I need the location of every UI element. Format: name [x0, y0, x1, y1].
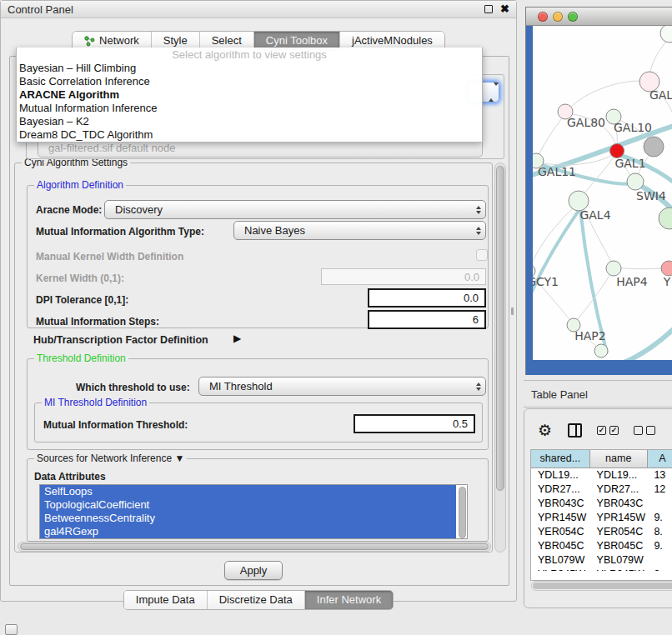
table-cell: YDL19... [531, 468, 590, 482]
table-cell: YBR045C [531, 539, 590, 553]
panel-corner-icon[interactable] [5, 624, 18, 635]
algorithm-option[interactable]: Dream8 DC_TDC Algorithm [17, 128, 482, 142]
control-panel-window: Control Panel ✖ NetworkStyleSelectCyni T… [0, 0, 517, 602]
table-cell: YBR043C [590, 497, 648, 511]
close-icon[interactable]: ✖ [500, 2, 509, 15]
combo-arrows-icon [471, 378, 485, 395]
data-attribute-item[interactable]: SelfLoops [40, 485, 456, 498]
table-panel-separator [524, 407, 672, 408]
table-cell: YDR27... [590, 482, 648, 497]
tab-impute-data[interactable]: Impute Data [124, 591, 208, 609]
network-edge[interactable] [533, 203, 578, 268]
settings-horizontal-scrollbar[interactable] [18, 542, 491, 552]
tab-discretize-data[interactable]: Discretize Data [208, 591, 305, 609]
algorithm-option[interactable]: ARACNE Algorithm [17, 88, 482, 102]
zoom-traffic-light[interactable] [568, 12, 578, 22]
network-data-combo-value: gal-filtered.sif default node [48, 142, 175, 154]
table-cell: YLR345W [531, 568, 590, 571]
aracne-mode-combo[interactable]: Discovery [104, 200, 486, 219]
mi-steps-field[interactable]: 6 [368, 310, 486, 329]
table-cell: 9. [647, 568, 672, 571]
table-row[interactable]: YBR043CYBR043C [531, 497, 672, 511]
tab-infer-network[interactable]: Infer Network [305, 591, 393, 609]
attributes-list-scrollbar[interactable] [459, 487, 466, 538]
table-horizontal-scrollbar[interactable] [531, 581, 672, 591]
cyni-algorithm-settings-group: Cyni Algorithm Settings Algorithm Defini… [14, 162, 493, 552]
algorithm-option[interactable]: Bayesian – K2 [17, 115, 482, 128]
network-canvas[interactable]: GALGAL80GAL10GAL1GAL11SWI4GAL4GCY1HAP4YH… [533, 26, 672, 360]
network-edge[interactable] [533, 208, 580, 310]
network-edge[interactable] [533, 163, 535, 270]
threshold-definition-group: Threshold Definition Which threshold to … [27, 358, 489, 450]
settings-vertical-scrollbar[interactable] [494, 162, 506, 552]
data-attribute-item[interactable]: TopologicalCoefficient [40, 498, 456, 512]
table-row[interactable]: YPR145WYPR145W9. [531, 511, 672, 525]
network-node-y[interactable] [661, 261, 672, 276]
table-row[interactable]: YBR045CYBR045C9. [531, 539, 672, 553]
minimize-traffic-light[interactable] [553, 12, 563, 22]
dpi-tolerance-field[interactable]: 0.0 [368, 288, 486, 308]
table-row[interactable]: YER054CYER054C8. [531, 525, 672, 539]
network-node[interactable] [659, 208, 672, 229]
table-row[interactable]: YDR27...YDR27...12 [531, 482, 672, 497]
node-label: GAL1 [614, 157, 645, 170]
hub-definition-label: Hub/Transcription Factor Definition [33, 334, 208, 346]
manual-kernel-checkbox [476, 249, 488, 261]
network-node-gal1[interactable] [610, 144, 624, 158]
mi-threshold-field[interactable]: 0.5 [354, 414, 475, 433]
network-edge[interactable] [580, 153, 616, 198]
apply-button[interactable]: Apply [224, 561, 283, 580]
node-label: HAP2 [574, 329, 605, 342]
node-label: GCY1 [533, 275, 559, 288]
deselect-all-checkboxes-icon[interactable] [634, 426, 655, 435]
network-node-hap4[interactable] [606, 261, 621, 276]
network-edge[interactable] [566, 81, 649, 112]
data-attributes-list[interactable]: SelfLoopsTopologicalCoefficientBetweenne… [39, 484, 468, 539]
data-attribute-item[interactable]: gal4RGexp [40, 525, 456, 538]
network-edge[interactable] [615, 268, 668, 269]
column-layout-icon[interactable] [568, 423, 582, 438]
table-row[interactable]: YLR345WYLR345W9. [531, 568, 672, 571]
gear-icon[interactable]: ⚙ [538, 421, 552, 440]
combo-arrows-icon [489, 86, 499, 98]
network-edge[interactable] [537, 114, 565, 159]
sources-group-title: Sources for Network Inference ▼ [34, 452, 187, 464]
aracne-mode-value: Discovery [105, 203, 471, 216]
close-traffic-light[interactable] [538, 12, 548, 22]
table-hscroll-thumb[interactable] [533, 582, 672, 589]
node-label: Y [663, 275, 671, 288]
table-row[interactable]: YBL079WYBL079W [531, 553, 672, 568]
sources-collapse-arrow-icon[interactable]: ▼ [174, 452, 184, 464]
mi-type-combo[interactable]: Naive Bayes [233, 221, 486, 240]
network-view-window: GALGAL80GAL10GAL1GAL11SWI4GAL4GCY1HAP4YH… [525, 7, 672, 375]
column-header[interactable]: name [590, 450, 648, 468]
table-row[interactable]: YDL19...YDL19...13 [531, 468, 672, 482]
algorithm-option[interactable]: Bayesian – Hill Climbing [17, 62, 482, 75]
table-panel-separator [524, 380, 672, 381]
network-node[interactable] [660, 26, 672, 42]
column-header[interactable]: A [648, 450, 672, 468]
data-attribute-item[interactable]: BetweennessCentrality [40, 512, 456, 525]
table-toolbar: ⚙ ✓✓ [531, 416, 672, 444]
data-attributes-label: Data Attributes [34, 471, 106, 482]
float-window-icon[interactable] [484, 5, 493, 13]
hub-expand-arrow-icon[interactable]: ▶ [233, 332, 241, 344]
manual-kernel-label: Manual Kernel Width Definition [36, 251, 183, 262]
settings-hscroll-thumb[interactable] [20, 543, 489, 550]
network-node[interactable] [594, 344, 608, 358]
algorithm-option[interactable]: Basic Correlation Inference [17, 75, 482, 88]
column-header[interactable]: shared... [531, 450, 590, 468]
table-panel: ⚙ ✓✓ shared...nameA YDL19...YDL19...13YD… [524, 408, 672, 608]
panel-splitter-handle[interactable] [511, 308, 514, 315]
table-cell: YBL079W [531, 553, 590, 568]
which-threshold-combo[interactable]: MI Threshold [198, 377, 486, 396]
network-node[interactable] [644, 137, 664, 157]
algorithm-option[interactable]: Mutual Information Inference [17, 102, 482, 115]
table-cell: YBL079W [590, 553, 648, 568]
select-all-checkboxes-icon[interactable]: ✓✓ [597, 426, 619, 435]
aracne-mode-label: Aracne Mode: [36, 204, 102, 216]
network-node-swi4[interactable] [627, 173, 644, 190]
table-cell [647, 553, 672, 568]
settings-vscroll-thumb[interactable] [496, 166, 504, 491]
node-label: GAL [649, 88, 672, 102]
